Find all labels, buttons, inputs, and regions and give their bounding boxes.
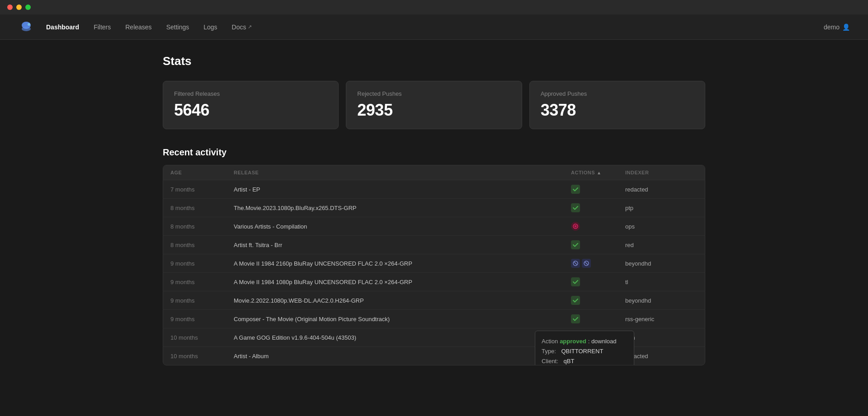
table-body: 7 months Artist - EP redacted 8 months T… <box>163 180 705 365</box>
table-row: 7 months Artist - EP redacted <box>163 180 705 199</box>
cell-release: Various Artists - Compilation <box>234 223 571 230</box>
cell-age: 8 months <box>170 223 234 230</box>
svg-line-6 <box>574 262 577 265</box>
nav-dashboard[interactable]: Dashboard <box>40 21 85 33</box>
action-blocked-icon <box>582 259 591 268</box>
external-link-icon: ↗ <box>248 24 252 30</box>
table-header: AGE RELEASE ACTIONS ▲ INDEXER <box>163 165 705 180</box>
stat-approved-label: Approved Pushes <box>541 90 694 97</box>
cell-indexer: redacted <box>625 353 698 360</box>
cell-age: 8 months <box>170 205 234 211</box>
cell-indexer: ptp <box>625 205 698 211</box>
stat-rejected-label: Rejected Pushes <box>357 90 510 97</box>
cell-age: 10 months <box>170 334 234 341</box>
user-icon: 👤 <box>842 23 850 31</box>
navigation: Dashboard Filters Releases Settings Logs… <box>0 14 868 40</box>
cell-age: 7 months <box>170 186 234 193</box>
cell-age: 8 months <box>170 242 234 248</box>
table-row: 8 months Various Artists - Compilation o… <box>163 217 705 236</box>
action-approved-icon <box>571 277 580 286</box>
cell-indexer: ggn Action approved: download Type: QBIT… <box>625 334 698 341</box>
window-chrome <box>0 0 868 14</box>
cell-actions <box>571 185 625 194</box>
action-approved-icon <box>571 240 580 249</box>
stat-card-approved: Approved Pushes 3378 <box>529 81 705 129</box>
th-indexer: INDEXER <box>625 170 698 175</box>
stat-filtered-value: 5646 <box>174 101 327 120</box>
cell-actions <box>571 351 625 360</box>
th-release: RELEASE <box>234 170 571 175</box>
nav-logs[interactable]: Logs <box>197 21 223 33</box>
cell-indexer: rss-generic <box>625 316 698 323</box>
action-approved-icon <box>571 203 580 212</box>
table-row: 10 months A Game GOG Edition v1.9.6-404-… <box>163 328 705 347</box>
cell-age: 9 months <box>170 279 234 285</box>
svg-point-2 <box>28 23 30 26</box>
cell-indexer: beyondhd <box>625 260 698 267</box>
cell-release: Movie.2.2022.1080p.WEB-DL.AAC2.0.H264-GR… <box>234 297 571 304</box>
nav-filters[interactable]: Filters <box>87 21 117 33</box>
cell-actions <box>571 314 625 323</box>
action-approved-icon <box>571 333 580 342</box>
cell-release: Artist ft. Tsitra - Brr <box>234 242 571 248</box>
cell-age: 9 months <box>170 260 234 267</box>
table-row: 9 months A Movie II 1984 2160p BluRay UN… <box>163 254 705 273</box>
main-content: Stats Filtered Releases 5646 Rejected Pu… <box>145 40 723 380</box>
cell-release: A Game GOG Edition v1.9.6-404-504u (4350… <box>234 334 571 341</box>
svg-line-8 <box>585 262 588 265</box>
cell-age: 9 months <box>170 297 234 304</box>
cell-actions <box>571 203 625 212</box>
nav-links: Dashboard Filters Releases Settings Logs… <box>40 21 824 33</box>
cell-indexer: ops <box>625 223 698 230</box>
table-row: 9 months Movie.2.2022.1080p.WEB-DL.AAC2.… <box>163 291 705 310</box>
stat-card-filtered: Filtered Releases 5646 <box>163 81 339 129</box>
stat-card-rejected: Rejected Pushes 2935 <box>346 81 522 129</box>
minimize-button[interactable] <box>16 5 22 10</box>
cell-actions <box>571 333 625 342</box>
action-approved-icon <box>571 351 580 360</box>
nav-releases[interactable]: Releases <box>119 21 158 33</box>
page-title: Stats <box>163 54 705 68</box>
table-row: 10 months Artist - Album redacted <box>163 347 705 365</box>
table-row: 8 months The.Movie.2023.1080p.BluRay.x26… <box>163 199 705 217</box>
app-logo <box>18 19 34 35</box>
cell-age: 9 months <box>170 316 234 323</box>
nav-user: demo 👤 <box>824 23 850 31</box>
cell-actions <box>571 296 625 305</box>
cell-release: Artist - Album <box>234 353 571 360</box>
th-actions[interactable]: ACTIONS ▲ <box>571 170 625 175</box>
maximize-button[interactable] <box>25 5 31 10</box>
close-button[interactable] <box>7 5 13 10</box>
cell-age: 10 months <box>170 353 234 360</box>
action-blocked-icon <box>571 259 580 268</box>
cell-release: Artist - EP <box>234 186 571 193</box>
cell-actions <box>571 259 625 268</box>
cell-actions <box>571 240 625 249</box>
cell-release: A Movie II 1984 1080p BluRay UNCENSORED … <box>234 279 571 285</box>
recent-activity-title: Recent activity <box>163 147 705 158</box>
stat-filtered-label: Filtered Releases <box>174 90 327 97</box>
stat-rejected-value: 2935 <box>357 101 510 120</box>
action-stopped-icon <box>571 222 580 231</box>
activity-table: AGE RELEASE ACTIONS ▲ INDEXER 7 months A… <box>163 165 705 365</box>
cell-actions <box>571 277 625 286</box>
cell-release: A Movie II 1984 2160p BluRay UNCENSORED … <box>234 260 571 267</box>
action-approved-icon <box>571 296 580 305</box>
table-row: 9 months A Movie II 1984 1080p BluRay UN… <box>163 273 705 291</box>
cell-indexer: beyondhd <box>625 297 698 304</box>
cell-release: Composer - The Movie (Original Motion Pi… <box>234 316 571 323</box>
cell-actions <box>571 222 625 231</box>
nav-settings[interactable]: Settings <box>160 21 196 33</box>
cell-indexer: redacted <box>625 186 698 193</box>
stats-row: Filtered Releases 5646 Rejected Pushes 2… <box>163 81 705 129</box>
cell-release: The.Movie.2023.1080p.BluRay.x265.DTS-GRP <box>234 205 571 211</box>
stat-approved-value: 3378 <box>541 101 694 120</box>
cell-indexer: red <box>625 242 698 248</box>
nav-docs[interactable]: Docs ↗ <box>226 21 259 33</box>
svg-rect-4 <box>575 225 577 228</box>
action-approved-icon <box>571 185 580 194</box>
th-age: AGE <box>170 170 234 175</box>
sort-arrow-icon: ▲ <box>597 170 601 175</box>
cell-indexer: tl <box>625 279 698 285</box>
table-row: 9 months Composer - The Movie (Original … <box>163 310 705 328</box>
